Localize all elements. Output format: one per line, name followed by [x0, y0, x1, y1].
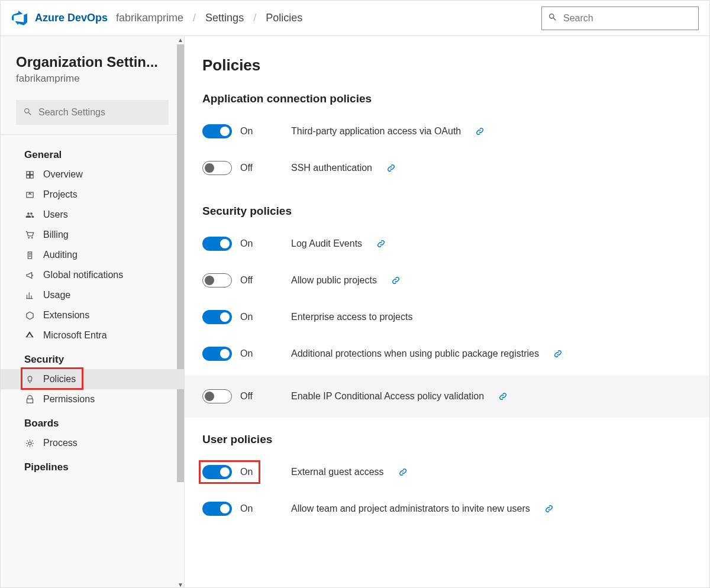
- global-search[interactable]: [541, 7, 699, 30]
- policy-row: OnExternal guest access: [202, 457, 692, 493]
- toggle-state-label: On: [240, 467, 267, 477]
- nav-microsoft-entra[interactable]: Microsoft Entra: [1, 325, 184, 345]
- megaphone-icon: [24, 270, 35, 280]
- search-icon: [548, 12, 557, 24]
- link-icon[interactable]: [376, 239, 386, 248]
- nav-label: Global notifications: [43, 270, 123, 280]
- toggle-state-label: On: [240, 348, 267, 359]
- nav-label: Extensions: [43, 310, 89, 321]
- breadcrumb-org[interactable]: fabrikamprime: [116, 12, 183, 24]
- link-icon[interactable]: [386, 163, 396, 173]
- section-security: Security: [1, 345, 184, 369]
- toggle[interactable]: [202, 273, 232, 287]
- policy-row: OnAllow team and project administrators …: [202, 493, 692, 530]
- nav-permissions[interactable]: Permissions: [1, 389, 184, 409]
- toggle-state-label: On: [240, 238, 267, 249]
- policy-row: OnAdditional protections when using publ…: [202, 338, 692, 375]
- toggle-state-label: On: [240, 126, 267, 137]
- link-icon[interactable]: [398, 467, 408, 477]
- toggle-state-label: On: [240, 503, 267, 514]
- toggle[interactable]: [202, 310, 232, 324]
- nav-usage[interactable]: Usage: [1, 285, 184, 305]
- breadcrumb-separator: /: [193, 12, 196, 24]
- header-bar: Azure DevOps fabrikamprime / Settings / …: [1, 1, 709, 36]
- policy-row: OffSSH authentication: [202, 153, 692, 189]
- group-title: Security policies: [202, 205, 692, 218]
- link-icon[interactable]: [391, 276, 401, 285]
- link-icon[interactable]: [544, 504, 554, 513]
- policy-label: SSH authentication: [291, 163, 372, 173]
- page-title: Policies: [202, 56, 692, 75]
- nav-users[interactable]: Users: [1, 205, 184, 225]
- projects-icon: [24, 189, 35, 200]
- policy-label: Log Audit Events: [291, 238, 362, 249]
- nav-auditing[interactable]: Auditing: [1, 245, 184, 265]
- azure-devops-logo-icon[interactable]: [11, 10, 28, 27]
- section-general: General: [1, 141, 184, 164]
- bulb-icon: [24, 374, 35, 385]
- policy-label: Enable IP Conditional Access policy vali…: [291, 391, 484, 402]
- sidebar-title: Organization Settin...: [16, 54, 169, 70]
- nav-label: Usage: [43, 290, 70, 301]
- nav-label: Auditing: [43, 250, 78, 260]
- toggle[interactable]: [202, 237, 232, 251]
- toggle-state-label: Off: [240, 163, 267, 173]
- nav-label: Microsoft Entra: [43, 330, 107, 341]
- policy-row: OnLog Audit Events: [202, 228, 692, 265]
- gear-icon: [24, 438, 35, 448]
- nav-label: Permissions: [43, 394, 95, 405]
- divider: [1, 134, 184, 135]
- nav-label: Process: [43, 438, 78, 448]
- nav-extensions[interactable]: Extensions: [1, 305, 184, 325]
- policy-label: Enterprise access to projects: [291, 312, 412, 322]
- cart-icon: [24, 230, 35, 240]
- policy-label: Additional protections when using public…: [291, 348, 539, 359]
- scroll-down-icon[interactable]: ▼: [177, 581, 184, 588]
- toggle[interactable]: [202, 161, 232, 175]
- policy-label: Allow public projects: [291, 275, 377, 286]
- puzzle-icon: [24, 310, 35, 321]
- breadcrumb-settings[interactable]: Settings: [205, 12, 244, 24]
- nav-overview[interactable]: Overview: [1, 164, 184, 185]
- global-search-input[interactable]: [563, 13, 692, 24]
- chart-icon: [24, 290, 35, 301]
- toggle-state-label: Off: [240, 275, 267, 286]
- breadcrumb-separator: /: [253, 12, 256, 24]
- policy-row: OnEnterprise access to projects: [202, 302, 692, 338]
- entra-icon: [24, 330, 35, 341]
- toggle[interactable]: [202, 347, 232, 361]
- nav-process[interactable]: Process: [1, 433, 184, 453]
- toggle[interactable]: [202, 465, 232, 479]
- nav-label: Users: [43, 209, 68, 220]
- nav-projects[interactable]: Projects: [1, 185, 184, 205]
- sidebar-subtitle: fabrikamprime: [16, 73, 169, 85]
- nav-policies[interactable]: Policies: [1, 369, 184, 389]
- nav-label: Policies: [43, 374, 76, 385]
- nav-label: Overview: [43, 169, 83, 180]
- toggle[interactable]: [202, 502, 232, 516]
- brand-label[interactable]: Azure DevOps: [35, 12, 108, 24]
- section-pipelines: Pipelines: [1, 453, 184, 477]
- sidebar-search-input[interactable]: [38, 107, 162, 118]
- link-icon[interactable]: [475, 127, 485, 136]
- nav-label: Projects: [43, 189, 78, 200]
- nav-label: Billing: [43, 230, 69, 240]
- toggle-state-label: On: [240, 312, 267, 322]
- nav-global-notifications[interactable]: Global notifications: [1, 265, 184, 285]
- group-title: User policies: [202, 433, 692, 446]
- sidebar-search[interactable]: [16, 100, 169, 125]
- toggle[interactable]: [202, 124, 232, 138]
- breadcrumb-policies[interactable]: Policies: [266, 12, 302, 24]
- link-icon[interactable]: [498, 392, 508, 401]
- toggle[interactable]: [202, 389, 232, 403]
- sidebar: ▲ ▼ Organization Settin... fabrikamprime…: [1, 36, 185, 588]
- link-icon[interactable]: [553, 349, 563, 358]
- policy-label: External guest access: [291, 467, 384, 477]
- group-title: Application connection policies: [202, 92, 692, 105]
- nav-billing[interactable]: Billing: [1, 225, 184, 245]
- main-content: Policies Application connection policies…: [185, 36, 709, 588]
- policy-row: OffAllow public projects: [202, 265, 692, 302]
- policy-row: OnThird-party application access via OAu…: [202, 116, 692, 153]
- section-boards: Boards: [1, 409, 184, 433]
- scroll-up-icon[interactable]: ▲: [177, 36, 184, 43]
